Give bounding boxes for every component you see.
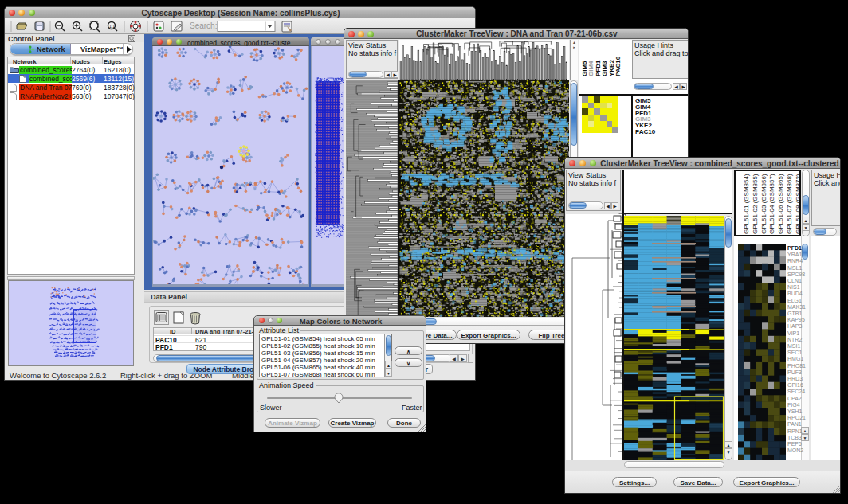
svg-text:1:1: 1:1	[109, 24, 115, 29]
svg-text:Search:: Search:	[190, 21, 217, 30]
